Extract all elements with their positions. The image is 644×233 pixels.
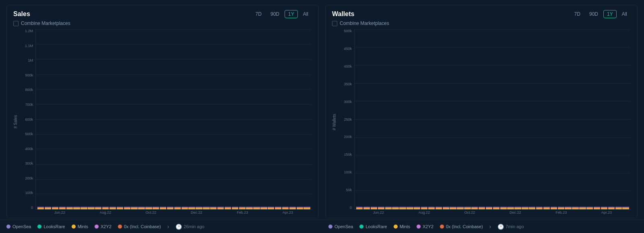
bar-segment-mints_pink — [124, 209, 130, 209]
bar-stack — [399, 207, 406, 209]
legend-dot — [359, 225, 363, 229]
time-btn-90d[interactable]: 90D — [267, 10, 283, 18]
bar-group — [450, 29, 456, 209]
bar-segment-mints_pink — [428, 209, 435, 209]
bar-segment-mints_pink — [615, 209, 622, 209]
bar-segment-mints_pink — [514, 209, 521, 209]
bar-stack — [601, 207, 607, 209]
bar-stack — [572, 207, 578, 209]
legend-dot — [440, 225, 444, 229]
more-icon[interactable]: › — [167, 223, 169, 230]
bar-stack — [260, 207, 267, 209]
bar-segment-mints_pink — [471, 209, 478, 209]
y-tick: 150k — [338, 153, 352, 157]
y-ticks: 0100k200k300k400k500k600k700k800k900k1M1… — [19, 29, 35, 210]
legend-item[interactable]: X2Y2 — [95, 224, 111, 229]
bar-stack — [297, 207, 303, 209]
bar-group — [109, 29, 116, 209]
combine-label: Combine Marketplaces — [21, 21, 70, 26]
legend-label: X2Y2 — [101, 224, 111, 229]
bar-group — [52, 29, 58, 209]
bar-group — [371, 29, 377, 209]
y-tick: 300k — [338, 100, 352, 104]
bar-group — [117, 29, 123, 209]
footer: OpenSeaLooksRareMintsX2Y20x (Incl. Coinb… — [0, 220, 644, 233]
charts-container: Sales7D90D1YAllCombine Marketplaces# Sal… — [0, 0, 644, 218]
time-btn-90d[interactable]: 90D — [586, 10, 602, 18]
bar-segment-mints_pink — [210, 209, 217, 209]
bar-stack — [88, 207, 94, 209]
more-icon[interactable]: › — [489, 223, 491, 230]
bar-stack — [124, 207, 130, 209]
bar-group — [88, 29, 94, 209]
bar-stack — [529, 207, 535, 209]
x-tick: Apr.23 — [283, 210, 293, 214]
bar-stack — [392, 207, 398, 209]
timestamp-text: 7min ago — [506, 224, 524, 229]
bar-stack — [378, 207, 384, 209]
bar-stack — [182, 207, 188, 209]
clock-icon: 🕐 — [175, 224, 182, 230]
time-btn-1y[interactable]: 1Y — [285, 10, 298, 18]
legend-item[interactable]: 0x (Incl. Coinbase) — [118, 224, 161, 229]
bar-stack — [536, 207, 543, 209]
bar-group — [428, 29, 435, 209]
bar-segment-mints_pink — [303, 209, 310, 209]
bar-segment-mints_pink — [572, 209, 578, 209]
legend-item[interactable]: Mints — [72, 224, 88, 229]
bar-segment-mints_pink — [239, 209, 246, 209]
bar-segment-mints_pink — [174, 209, 181, 209]
bars-row — [36, 29, 312, 209]
legend-item[interactable]: OpenSea — [6, 224, 31, 229]
time-btn-1y[interactable]: 1Y — [603, 10, 617, 18]
bar-stack — [52, 207, 58, 209]
legend-label: X2Y2 — [423, 224, 433, 229]
bar-group — [543, 29, 550, 209]
bar-segment-mints_pink — [59, 209, 66, 209]
bar-group — [37, 29, 44, 209]
bar-segment-mints_pink — [117, 209, 123, 209]
bars-area — [354, 29, 631, 210]
bar-group — [260, 29, 267, 209]
time-btn-all[interactable]: All — [299, 10, 312, 18]
bar-stack — [145, 207, 152, 209]
chart-panel-sales: Sales7D90D1YAllCombine Marketplaces# Sal… — [6, 5, 319, 218]
bar-stack — [486, 207, 492, 209]
bar-group — [392, 29, 398, 209]
legend-item[interactable]: LooksRare — [359, 224, 387, 229]
bar-segment-mints_pink — [529, 209, 535, 209]
combine-checkbox[interactable] — [332, 21, 337, 26]
legend-item[interactable]: X2Y2 — [417, 224, 433, 229]
chart-panel-wallets: Wallets7D90D1YAllCombine Marketplaces# W… — [325, 5, 638, 218]
bar-segment-mints_pink — [443, 209, 449, 209]
y-tick: 600k — [19, 118, 33, 122]
bar-segment-mints_pink — [414, 209, 420, 209]
legend-item[interactable]: Mints — [394, 224, 410, 229]
legend-item[interactable]: 0x (Incl. Coinbase) — [440, 224, 483, 229]
bar-group — [95, 29, 101, 209]
legend-item[interactable]: OpenSea — [328, 224, 353, 229]
bar-stack — [522, 207, 528, 209]
bar-stack — [558, 207, 564, 209]
bar-group — [145, 29, 152, 209]
bar-segment-mints_pink — [253, 209, 260, 209]
timestamp: 🕐7min ago — [497, 224, 524, 230]
chart-title: Wallets — [332, 10, 354, 18]
y-tick: 1M — [19, 59, 33, 62]
bar-segment-mints_pink — [486, 209, 492, 209]
bar-group — [131, 29, 137, 209]
bar-group — [558, 29, 564, 209]
bar-group — [253, 29, 260, 209]
time-btn-7d[interactable]: 7D — [252, 10, 265, 18]
time-btn-all[interactable]: All — [618, 10, 631, 18]
bar-stack — [59, 207, 66, 209]
clock-icon: 🕐 — [497, 224, 504, 230]
x-tick: Apr.23 — [601, 210, 612, 214]
legend-item[interactable]: LooksRare — [37, 224, 65, 229]
bar-stack — [73, 207, 80, 209]
time-btn-7d[interactable]: 7D — [571, 10, 584, 18]
bar-segment-mints_pink — [493, 209, 500, 209]
bar-group — [268, 29, 274, 209]
legend-dot — [6, 225, 10, 229]
combine-checkbox[interactable] — [13, 21, 19, 26]
